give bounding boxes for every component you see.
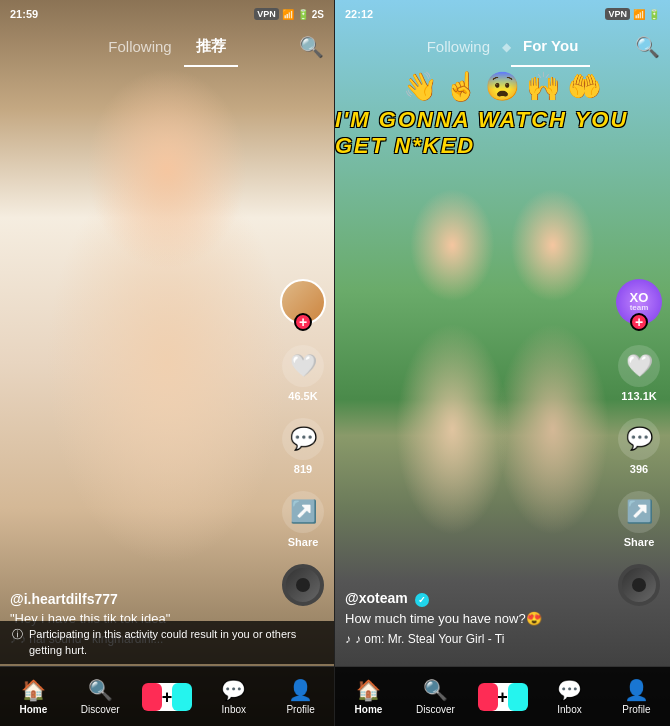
right-handle: @xoteam — [345, 590, 408, 606]
left-recommended-tab[interactable]: 推荐 — [184, 27, 238, 67]
left-avatar-container: + — [280, 279, 326, 325]
right-battery-icon: 🔋 — [648, 9, 660, 20]
right-like-btn[interactable]: 🤍 113.1K — [618, 345, 660, 402]
left-comment-icon: 💬 — [282, 418, 324, 460]
right-profile-label: Profile — [622, 704, 650, 715]
right-home-icon: 🏠 — [356, 678, 381, 702]
battery-icon: 🔋 — [297, 9, 309, 20]
right-home-label: Home — [355, 704, 383, 715]
right-like-count: 113.1K — [621, 390, 656, 402]
verified-badge: ✓ — [415, 593, 429, 607]
right-music-info: ♪ ♪ om: Mr. Steal Your Girl - Ti — [345, 632, 610, 646]
right-music-text: ♪ om: Mr. Steal Your Girl - Ti — [355, 632, 504, 646]
left-nav-home[interactable]: 🏠 Home — [8, 678, 58, 715]
right-share-btn[interactable]: ↗️ Share — [618, 491, 660, 548]
left-username[interactable]: @i.heartdilfs777 — [10, 591, 274, 607]
left-nav-add[interactable]: + — [142, 683, 192, 711]
right-music-note: ♪ — [345, 632, 351, 646]
left-search-icon[interactable]: 🔍 — [299, 35, 324, 59]
right-comment-btn[interactable]: 💬 396 — [618, 418, 660, 475]
discover-icon: 🔍 — [88, 678, 113, 702]
home-icon: 🏠 — [21, 678, 46, 702]
left-heart-icon: 🤍 — [282, 345, 324, 387]
left-comment-count: 819 — [294, 463, 312, 475]
profile-label: Profile — [286, 704, 314, 715]
right-comment-icon: 💬 — [618, 418, 660, 460]
left-following-tab[interactable]: Following — [96, 28, 183, 66]
right-caption: How much time you have now?😍 — [345, 611, 610, 626]
right-share-label: Share — [624, 536, 655, 548]
left-time: 21:59 — [10, 8, 38, 20]
left-follow-btn[interactable]: + — [294, 313, 312, 331]
home-label: Home — [19, 704, 47, 715]
left-share-btn[interactable]: ↗️ Share — [282, 491, 324, 548]
right-nav-discover[interactable]: 🔍 Discover — [411, 678, 461, 715]
emoji-2: ☝️ — [444, 70, 479, 103]
right-side-actions: XO team + 🤍 113.1K 💬 396 ↗️ Share — [616, 279, 662, 606]
plus-icon: + — [162, 688, 173, 706]
emoji-1: 👋 — [403, 70, 438, 103]
left-add-btn[interactable]: + — [146, 683, 188, 711]
right-avatar-container: XO team + — [616, 279, 662, 325]
left-avatar-btn[interactable]: + — [280, 279, 326, 329]
right-foryou-tab[interactable]: For You — [511, 27, 590, 67]
emoji-4: 🙌 — [526, 70, 561, 103]
left-panel: 21:59 VPN 📶 🔋 2S Following 推荐 🔍 + 🤍 46.5… — [0, 0, 335, 726]
xo-sub: team — [630, 304, 649, 313]
emoji-overlay: 👋 ☝️ 😨 🙌 🤲 I'M GONNA WATCH YOU GET N*KED — [335, 70, 670, 159]
right-nav-bar: 🏠 Home 🔍 Discover + 💬 Inbox 👤 Profile — [335, 666, 670, 726]
left-top-nav: Following 推荐 🔍 — [0, 28, 334, 66]
left-share-label: Share — [288, 536, 319, 548]
right-music-disc[interactable] — [618, 564, 660, 606]
emoji-row: 👋 ☝️ 😨 🙌 🤲 — [403, 70, 602, 103]
right-avatar-btn[interactable]: XO team + — [616, 279, 662, 329]
right-nav-profile[interactable]: 👤 Profile — [612, 678, 662, 715]
left-like-btn[interactable]: 🤍 46.5K — [282, 345, 324, 402]
right-status-bar: 22:12 VPN 📶 🔋 — [335, 0, 670, 28]
battery-level: 2S — [312, 9, 324, 20]
right-share-icon: ↗️ — [618, 491, 660, 533]
left-comment-btn[interactable]: 💬 819 — [282, 418, 324, 475]
right-heart-icon: 🤍 — [618, 345, 660, 387]
left-warning-text: Participating in this activity could res… — [29, 627, 322, 658]
overlay-text: I'M GONNA WATCH YOU GET N*KED — [335, 107, 670, 159]
right-nav-add[interactable]: + — [478, 683, 528, 711]
right-following-tab[interactable]: Following — [415, 28, 502, 66]
signal-icon: 📶 — [282, 9, 294, 20]
left-warning-icon: ⓘ — [12, 627, 23, 642]
right-top-nav: Following ◆ For You 🔍 — [335, 28, 670, 66]
right-nav-inbox[interactable]: 💬 Inbox — [545, 678, 595, 715]
left-disc-inner — [296, 578, 310, 592]
left-status-bar: 21:59 VPN 📶 🔋 2S — [0, 0, 334, 28]
left-nav-profile[interactable]: 👤 Profile — [276, 678, 326, 715]
right-inbox-icon: 💬 — [557, 678, 582, 702]
right-inbox-label: Inbox — [557, 704, 581, 715]
left-share-icon: ↗️ — [282, 491, 324, 533]
left-nav-bar: 🏠 Home 🔍 Discover + 💬 Inbox 👤 Profile — [0, 666, 334, 726]
inbox-icon: 💬 — [221, 678, 246, 702]
left-nav-inbox[interactable]: 💬 Inbox — [209, 678, 259, 715]
left-nav-discover[interactable]: 🔍 Discover — [75, 678, 125, 715]
right-username[interactable]: @xoteam ✓ — [345, 590, 610, 607]
emoji-3: 😨 — [485, 70, 520, 103]
nav-separator: ◆ — [502, 40, 511, 54]
right-discover-label: Discover — [416, 704, 455, 715]
right-search-icon[interactable]: 🔍 — [635, 35, 660, 59]
inbox-label: Inbox — [222, 704, 246, 715]
emoji-5: 🤲 — [567, 70, 602, 103]
right-plus-icon: + — [497, 688, 508, 706]
right-follow-btn[interactable]: + — [630, 313, 648, 331]
right-discover-icon: 🔍 — [423, 678, 448, 702]
right-nav-home[interactable]: 🏠 Home — [344, 678, 394, 715]
discover-label: Discover — [81, 704, 120, 715]
right-time: 22:12 — [345, 8, 373, 20]
right-profile-icon: 👤 — [624, 678, 649, 702]
vpn-badge: VPN — [254, 8, 279, 20]
left-side-actions: + 🤍 46.5K 💬 819 ↗️ Share — [280, 279, 326, 606]
right-disc-inner — [632, 578, 646, 592]
profile-icon: 👤 — [288, 678, 313, 702]
left-music-disc[interactable] — [282, 564, 324, 606]
left-warning-banner: ⓘ Participating in this activity could r… — [0, 621, 334, 664]
left-status-icons: VPN 📶 🔋 2S — [254, 8, 324, 20]
right-add-btn[interactable]: + — [482, 683, 524, 711]
